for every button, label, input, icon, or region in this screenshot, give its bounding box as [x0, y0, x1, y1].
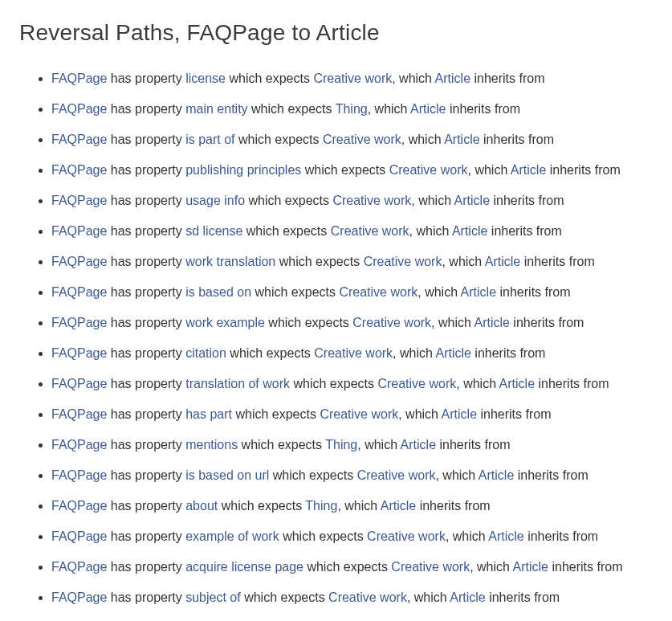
inheritor-link[interactable]: Article: [401, 438, 436, 451]
list-item: FAQPage has property work translation wh…: [51, 252, 653, 272]
subject-link[interactable]: FAQPage: [51, 438, 107, 451]
expects-link[interactable]: Creative work: [320, 407, 398, 421]
expects-link[interactable]: Creative work: [313, 71, 392, 85]
static-text: which expects: [303, 560, 391, 574]
subject-link[interactable]: FAQPage: [51, 407, 107, 421]
subject-link[interactable]: FAQPage: [51, 194, 107, 207]
static-text: , which: [357, 438, 400, 451]
subject-link[interactable]: FAQPage: [51, 529, 107, 543]
subject-link[interactable]: FAQPage: [51, 102, 107, 116]
static-text: , which: [442, 255, 484, 268]
inheritor-link[interactable]: Article: [450, 590, 485, 604]
static-text: has property: [107, 590, 185, 604]
property-link[interactable]: is part of: [185, 133, 234, 146]
static-text: which expects: [235, 133, 323, 146]
property-link[interactable]: sd license: [185, 224, 242, 238]
static-text: which expects: [218, 499, 305, 513]
static-text: inherits from: [471, 346, 545, 360]
inheritor-link[interactable]: Article: [381, 499, 416, 513]
property-link[interactable]: translation of work: [185, 377, 290, 390]
inheritor-link[interactable]: Article: [474, 316, 509, 329]
static-text: has property: [107, 316, 185, 329]
inheritor-link[interactable]: Article: [444, 133, 479, 146]
property-link[interactable]: usage info: [185, 194, 245, 207]
inheritor-link[interactable]: Article: [485, 255, 520, 268]
static-text: has property: [107, 529, 185, 543]
subject-link[interactable]: FAQPage: [51, 133, 107, 146]
list-item: FAQPage has property work example which …: [51, 313, 653, 333]
inheritor-link[interactable]: Article: [452, 224, 487, 238]
list-item: FAQPage has property about which expects…: [51, 496, 653, 516]
static-text: has property: [107, 285, 185, 299]
static-text: has property: [107, 346, 185, 360]
static-text: has property: [107, 133, 185, 146]
property-link[interactable]: example of work: [185, 529, 279, 543]
subject-link[interactable]: FAQPage: [51, 499, 107, 513]
expects-link[interactable]: Thing: [305, 499, 337, 513]
subject-link[interactable]: FAQPage: [51, 468, 107, 482]
subject-link[interactable]: FAQPage: [51, 377, 107, 390]
static-text: has property: [107, 468, 185, 482]
expects-link[interactable]: Creative work: [352, 316, 431, 329]
property-link[interactable]: about: [185, 499, 218, 513]
subject-link[interactable]: FAQPage: [51, 224, 107, 238]
static-text: , which: [337, 499, 380, 513]
subject-link[interactable]: FAQPage: [51, 560, 107, 574]
list-item: FAQPage has property is based on url whi…: [51, 466, 653, 485]
static-text: has property: [107, 407, 185, 421]
inheritor-link[interactable]: Article: [513, 560, 548, 574]
inheritor-link[interactable]: Article: [435, 71, 470, 85]
property-link[interactable]: citation: [185, 346, 226, 360]
list-item: FAQPage has property has part which expe…: [51, 405, 653, 424]
inheritor-link[interactable]: Article: [511, 163, 546, 177]
static-text: , which: [407, 590, 450, 604]
property-link[interactable]: acquire license page: [185, 560, 303, 574]
static-text: , which: [417, 285, 460, 299]
subject-link[interactable]: FAQPage: [51, 316, 107, 329]
property-link[interactable]: publishing principles: [185, 163, 301, 177]
static-text: , which: [431, 316, 474, 329]
subject-link[interactable]: FAQPage: [51, 285, 107, 299]
expects-link[interactable]: Creative work: [328, 590, 407, 604]
inheritor-link[interactable]: Article: [461, 285, 496, 299]
subject-link[interactable]: FAQPage: [51, 346, 107, 360]
property-link[interactable]: work example: [185, 316, 265, 329]
property-link[interactable]: mentions: [185, 438, 238, 451]
property-link[interactable]: subject of: [185, 590, 240, 604]
expects-link[interactable]: Creative work: [339, 285, 417, 299]
expects-link[interactable]: Creative work: [367, 529, 446, 543]
inheritor-link[interactable]: Article: [454, 194, 490, 207]
inheritor-link[interactable]: Article: [435, 346, 470, 360]
property-link[interactable]: has part: [185, 407, 232, 421]
static-text: inherits from: [446, 102, 520, 116]
expects-link[interactable]: Creative work: [314, 346, 393, 360]
property-link[interactable]: work translation: [185, 255, 275, 268]
inheritor-link[interactable]: Article: [442, 407, 477, 421]
subject-link[interactable]: FAQPage: [51, 590, 107, 604]
subject-link[interactable]: FAQPage: [51, 71, 107, 85]
expects-link[interactable]: Thing: [336, 102, 368, 116]
property-link[interactable]: is based on: [185, 285, 251, 299]
inheritor-link[interactable]: Article: [410, 102, 446, 116]
expects-link[interactable]: Creative work: [357, 468, 436, 482]
inheritor-link[interactable]: Article: [479, 468, 514, 482]
property-link[interactable]: is based on url: [185, 468, 269, 482]
subject-link[interactable]: FAQPage: [51, 255, 107, 268]
inheritor-link[interactable]: Article: [499, 377, 535, 390]
static-text: inherits from: [514, 468, 588, 482]
property-link[interactable]: main entity: [185, 102, 247, 116]
static-text: , which: [456, 377, 499, 390]
expects-link[interactable]: Creative work: [323, 133, 401, 146]
expects-link[interactable]: Creative work: [332, 194, 411, 207]
inheritor-link[interactable]: Article: [488, 529, 523, 543]
list-item: FAQPage has property usage info which ex…: [51, 191, 653, 210]
expects-link[interactable]: Creative work: [364, 255, 442, 268]
expects-link[interactable]: Creative work: [391, 560, 470, 574]
subject-link[interactable]: FAQPage: [51, 163, 107, 177]
expects-link[interactable]: Thing: [325, 438, 357, 451]
static-text: inherits from: [524, 529, 598, 543]
expects-link[interactable]: Creative work: [389, 163, 468, 177]
property-link[interactable]: license: [185, 71, 226, 85]
expects-link[interactable]: Creative work: [377, 377, 456, 390]
expects-link[interactable]: Creative work: [331, 224, 409, 238]
